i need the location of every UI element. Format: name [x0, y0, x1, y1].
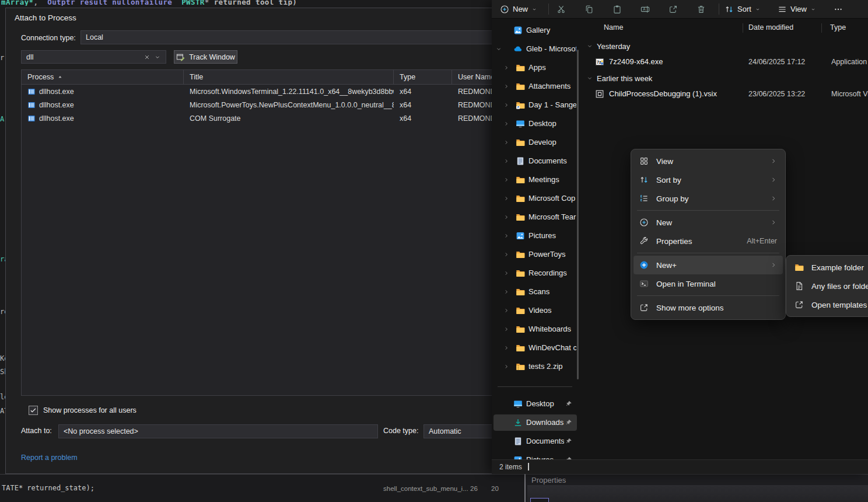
share-button[interactable] — [668, 0, 678, 18]
sidebar-item-gallery[interactable]: Gallery — [494, 22, 577, 39]
type-cell: x64 — [394, 101, 452, 109]
sidebar-item-windevchat-c[interactable]: WinDevChat c — [494, 340, 577, 356]
sort-button-label: Sort — [737, 5, 751, 13]
chevron-right-icon[interactable] — [503, 121, 509, 127]
sidebar-item-desktop[interactable]: Desktop — [494, 396, 577, 412]
process-row[interactable]: dllhost.exeMicrosoft.PowerToys.NewPlusCo… — [22, 98, 516, 111]
chevron-right-icon[interactable] — [503, 196, 509, 201]
rename-button[interactable]: A — [640, 0, 650, 18]
file-column-name[interactable]: Name — [604, 23, 623, 32]
chevron-right-icon[interactable] — [503, 345, 509, 351]
clear-filter-icon[interactable] — [144, 54, 150, 61]
sidebar-item-tests-2-zip[interactable]: tests 2.zip — [494, 358, 577, 375]
folder-link-icon — [516, 100, 525, 110]
process-row[interactable]: dllhost.exeMicrosoft.WindowsTerminal_1.2… — [22, 85, 516, 98]
file-column-date-modified[interactable]: Date modified — [748, 23, 793, 32]
menu-item-sort-by[interactable]: Sort by — [634, 170, 783, 189]
chevron-right-icon[interactable] — [503, 364, 509, 369]
chevron-right-icon[interactable] — [503, 270, 509, 276]
sidebar-item-pictures[interactable]: Pictures — [494, 228, 577, 244]
sidebar-item-videos[interactable]: Videos — [494, 302, 577, 319]
sidebar-item-apps[interactable]: Apps — [494, 60, 577, 76]
chevron-right-icon[interactable] — [503, 65, 509, 71]
chevron-right-icon[interactable] — [503, 83, 509, 89]
column-header-title[interactable]: Title — [184, 70, 394, 84]
sidebar-item-desktop[interactable]: Desktop — [494, 116, 577, 132]
submenu-item-any-files-or-folde[interactable]: Any files or folde — [789, 277, 868, 295]
file-row-childprocessdebugging-1-vsix[interactable]: ChildProcessDebugging (1).vsix23/06/2025… — [582, 86, 868, 102]
menu-item-properties[interactable]: PropertiesAlt+Enter — [634, 232, 783, 250]
sidebar-item-documents[interactable]: Documents — [494, 153, 577, 169]
sidebar-item-meetings[interactable]: Meetings — [494, 172, 577, 188]
editor-col-indicator: 20 — [491, 485, 499, 492]
chevron-right-icon[interactable] — [503, 233, 509, 239]
menu-item-open-in-terminal[interactable]: Open in Terminal — [634, 274, 783, 293]
process-row[interactable]: dllhost.exeCOM Surrogatex64REDMOND — [22, 111, 516, 125]
menu-item-group-by[interactable]: Group by — [634, 189, 783, 208]
submenu-item-example-folder[interactable]: Example folder — [789, 258, 868, 277]
status-caret — [528, 463, 529, 470]
sidebar-item-microsoft-cop[interactable]: Microsoft Cop — [494, 190, 577, 207]
show-all-users-label: Show processes for all users — [43, 406, 136, 414]
sidebar-item-develop[interactable]: Develop — [494, 134, 577, 151]
chevron-right-icon[interactable] — [503, 158, 509, 164]
sidebar-scrollbar[interactable] — [577, 50, 579, 379]
copy-button[interactable] — [584, 0, 594, 18]
group-icon — [639, 194, 649, 203]
sidebar-item-scans[interactable]: Scans — [494, 284, 577, 300]
view-button[interactable]: View — [778, 0, 816, 18]
file-row-7z2409-x64-exe[interactable]: 7z7z2409-x64.exe24/06/2025 17:12Applicat… — [582, 54, 868, 69]
chevron-right-icon[interactable] — [503, 102, 509, 108]
more-options-button[interactable] — [834, 0, 843, 18]
column-header-type[interactable]: Type — [394, 70, 452, 84]
chevron-right-icon[interactable] — [503, 326, 509, 332]
submenu-item-open-templates[interactable]: Open templates — [789, 295, 868, 314]
report-problem-link[interactable]: Report a problem — [21, 454, 78, 462]
chevron-right-icon[interactable] — [503, 140, 509, 145]
chevron-right-icon[interactable] — [503, 214, 509, 220]
menu-item-new[interactable]: New+ — [634, 256, 783, 274]
svg-text:A: A — [643, 7, 646, 11]
zip-icon — [516, 362, 525, 371]
cut-button[interactable] — [556, 0, 566, 18]
menu-item-new[interactable]: New — [634, 213, 783, 232]
chevron-down-icon[interactable] — [496, 46, 502, 52]
sidebar-item-gleb-microsoft[interactable]: Gleb - Microsoft — [494, 41, 577, 57]
menu-item-show-more-options[interactable]: Show more options — [634, 298, 783, 317]
new-plus-submenu: Example folderAny files or foldeOpen tem… — [786, 255, 868, 317]
process-cell: dllhost.exe — [22, 101, 184, 109]
new-button[interactable]: New — [500, 0, 537, 18]
group-header-yesterday[interactable]: Yesterday — [582, 40, 630, 52]
group-header-earlier-this-week[interactable]: Earlier this week — [582, 72, 652, 84]
track-window-button[interactable]: Track Window — [174, 50, 237, 64]
type-cell: x64 — [394, 88, 452, 96]
show-all-users-checkbox[interactable]: Show processes for all users — [29, 406, 136, 415]
filter-dropdown-icon[interactable] — [154, 54, 161, 61]
sidebar-item-powertoys[interactable]: PowerToys — [494, 246, 577, 263]
sidebar-item-whiteboards[interactable]: Whiteboards — [494, 321, 577, 337]
explorer-sidebar: GalleryGleb - MicrosoftAppsAttachmentsDa… — [492, 0, 580, 474]
chevron-right-icon[interactable] — [503, 308, 509, 313]
sidebar-item-attachments[interactable]: Attachments — [494, 78, 577, 95]
column-header-process[interactable]: Process — [22, 70, 184, 84]
editor-breadcrumb[interactable]: shell_context_sub_menu_i... — [383, 485, 468, 492]
properties-combo[interactable] — [530, 498, 549, 502]
checkbox-box[interactable] — [29, 406, 38, 415]
file-column-type[interactable]: Type — [830, 23, 846, 32]
attach-to-input[interactable]: <No process selected> — [58, 424, 378, 438]
connection-type-select[interactable]: Local — [80, 30, 515, 44]
menu-item-view[interactable]: View — [634, 152, 783, 170]
sidebar-item-day-1-sangee[interactable]: Day 1 - Sangee — [494, 97, 577, 113]
delete-button[interactable] — [696, 0, 706, 18]
chevron-right-icon[interactable] — [503, 252, 509, 257]
sidebar-item-documents[interactable]: Documents — [494, 433, 577, 449]
sort-button[interactable]: Sort — [724, 0, 761, 18]
process-filter-input[interactable]: dll — [21, 50, 166, 64]
sidebar-item-recordings[interactable]: Recordings — [494, 265, 577, 281]
sidebar-item-microsoft-tear[interactable]: Microsoft Tear — [494, 209, 577, 225]
sidebar-item-label: Documents — [528, 156, 576, 165]
chevron-right-icon[interactable] — [503, 177, 509, 183]
sidebar-item-downloads[interactable]: Downloads — [494, 414, 577, 431]
paste-button[interactable] — [612, 0, 622, 18]
chevron-right-icon[interactable] — [503, 289, 509, 295]
